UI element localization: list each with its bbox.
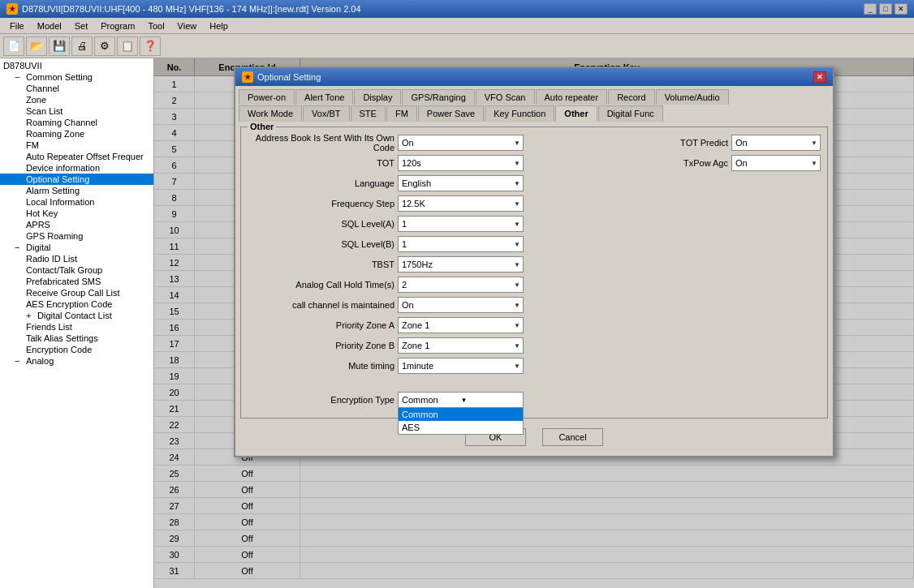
menu-model[interactable]: Model <box>31 19 68 32</box>
toolbar-clipboard[interactable]: 📋 <box>117 36 138 56</box>
cancel-button[interactable]: Cancel <box>542 428 603 446</box>
select-language[interactable]: EnglishChinese <box>398 175 524 191</box>
toolbar-print[interactable]: 🖨 <box>71 36 93 56</box>
select-language-wrapper[interactable]: EnglishChinese <box>398 175 524 191</box>
tab-power-on[interactable]: Power-on <box>239 89 295 105</box>
select-mute-timing[interactable]: 1minute2minutes <box>398 358 524 374</box>
sidebar-item-friends-list[interactable]: Friends List <box>0 321 153 333</box>
tab-fm[interactable]: FM <box>386 105 417 122</box>
maximize-button[interactable]: □ <box>879 3 892 15</box>
select-freq-step[interactable]: 12.5K5K6.25K25K <box>398 195 524 212</box>
select-tot-wrapper[interactable]: 120sOff30s60s <box>398 155 524 171</box>
select-tot-predict[interactable]: OnOff <box>731 135 821 151</box>
sidebar-item-local-info[interactable]: Local Information <box>0 196 153 208</box>
sidebar-item-radio-id[interactable]: Radio ID List <box>0 253 153 264</box>
menu-tool[interactable]: Tool <box>141 19 170 32</box>
sidebar-item-talk-alias[interactable]: Talk Alias Settings <box>0 333 153 344</box>
tab-work-mode[interactable]: Work Mode <box>239 105 302 122</box>
toolbar-new[interactable]: 📄 <box>3 36 24 56</box>
sidebar-item-contact-talk[interactable]: Contact/Talk Group <box>0 264 153 276</box>
sidebar-item-alarm-setting[interactable]: Alarm Setting <box>0 185 153 196</box>
sidebar-item-digital[interactable]: −Digital <box>0 242 153 253</box>
tab-vox-bt[interactable]: Vox/BT <box>303 105 349 122</box>
close-button[interactable]: ✕ <box>895 3 908 15</box>
menu-set[interactable]: Set <box>68 19 95 32</box>
select-analog-call-hold-wrapper[interactable]: 213 <box>398 277 524 293</box>
tab-display[interactable]: Display <box>354 89 401 105</box>
sidebar-item-hot-key[interactable]: Hot Key <box>0 208 153 219</box>
sidebar-item-zone[interactable]: Zone <box>0 94 153 105</box>
menu-file[interactable]: File <box>3 19 31 32</box>
select-priority-zone-a-wrapper[interactable]: Zone 1Zone 2 <box>398 317 524 333</box>
select-address-book[interactable]: OnOff <box>398 135 524 151</box>
select-analog-call-hold[interactable]: 213 <box>398 277 524 293</box>
sidebar-item-device-info[interactable]: Device information <box>0 162 153 174</box>
encryption-option-aes[interactable]: AES <box>399 421 523 434</box>
sidebar-item-fm[interactable]: FM <box>0 139 153 151</box>
tab-power-save[interactable]: Power Save <box>418 105 484 122</box>
select-sql-b-wrapper[interactable]: 102 <box>398 236 524 252</box>
sidebar-item-roaming-zone[interactable]: Roaming Zone <box>0 128 153 139</box>
toolbar-save[interactable]: 💾 <box>49 36 70 56</box>
sidebar-item-receive-group[interactable]: Receive Group Call List <box>0 287 153 298</box>
sidebar-item-aes-encryption[interactable]: AES Encryption Code <box>0 298 153 310</box>
tab-digital-func[interactable]: Digital Func <box>598 105 663 122</box>
sidebar-item-prefabricated-sms[interactable]: Prefabricated SMS <box>0 276 153 287</box>
dialog-close-button[interactable]: ✕ <box>813 71 826 83</box>
sidebar-item-digital-contact[interactable]: +Digital Contact List <box>0 310 153 321</box>
select-txpow-agc[interactable]: OnOff <box>731 155 821 171</box>
select-tot-predict-wrapper[interactable]: OnOff <box>731 135 821 151</box>
tab-vfo-scan[interactable]: VFO Scan <box>476 89 535 105</box>
select-call-channel-wrapper[interactable]: OnOff <box>398 297 524 313</box>
menu-help[interactable]: Help <box>203 19 235 32</box>
sidebar-item-auto-repeater[interactable]: Auto Repeater Offset Frequer <box>0 151 153 162</box>
sidebar-item-aprs[interactable]: APRS <box>0 219 153 230</box>
select-priority-zone-a[interactable]: Zone 1Zone 2 <box>398 317 524 333</box>
label-tbst: TBST <box>248 260 398 269</box>
minimize-button[interactable]: _ <box>864 3 877 15</box>
sidebar-item-scan-list[interactable]: Scan List <box>0 105 153 117</box>
tab-volume-audio[interactable]: Volume/Audio <box>656 89 729 105</box>
encryption-type-input[interactable]: Common ▼ <box>398 392 524 408</box>
select-tot[interactable]: 120sOff30s60s <box>398 155 524 171</box>
select-priority-zone-b[interactable]: Zone 1Zone 2 <box>398 337 524 354</box>
tab-alert-tone[interactable]: Alert Tone <box>295 89 353 105</box>
label-tot-predict: TOT Predict <box>666 138 731 148</box>
tab-other[interactable]: Other <box>555 105 597 122</box>
select-freq-step-wrapper[interactable]: 12.5K5K6.25K25K <box>398 195 524 212</box>
sidebar-item-common-setting[interactable]: −Common Setting <box>0 71 153 83</box>
select-sql-a-wrapper[interactable]: 1023 <box>398 216 524 232</box>
select-tbst[interactable]: 1750Hz2100Hz <box>398 256 524 273</box>
toolbar-settings[interactable]: ⚙ <box>94 36 115 56</box>
tab-gps-ranging[interactable]: GPS/Ranging <box>402 89 474 105</box>
menu-program[interactable]: Program <box>94 19 141 32</box>
sidebar-item-gps-roaming[interactable]: GPS Roaming <box>0 230 153 242</box>
tab-auto-repeater[interactable]: Auto repeater <box>536 89 608 105</box>
toolbar-open[interactable]: 📂 <box>26 36 47 56</box>
select-txpow-agc-wrapper[interactable]: OnOff <box>731 155 821 171</box>
select-mute-timing-wrapper[interactable]: 1minute2minutes <box>398 358 524 374</box>
sidebar-item-channel[interactable]: Channel <box>0 83 153 94</box>
sidebar-item-optional-setting[interactable]: Optional Setting <box>0 174 153 185</box>
select-priority-zone-b-wrapper[interactable]: Zone 1Zone 2 <box>398 337 524 354</box>
row-language: Language EnglishChinese <box>248 174 650 192</box>
encryption-type-dropdown[interactable]: Common ▼ Common AES <box>398 392 524 408</box>
sidebar-title: D878UVII <box>0 60 153 71</box>
tab-ste[interactable]: STE <box>351 105 386 122</box>
main-layout: D878UVII −Common Setting Channel Zone Sc… <box>0 58 914 588</box>
encryption-option-common[interactable]: Common <box>399 408 523 421</box>
sidebar-item-roaming-channel[interactable]: Roaming Channel <box>0 117 153 128</box>
tab-record[interactable]: Record <box>608 89 654 105</box>
select-call-channel[interactable]: OnOff <box>398 297 524 313</box>
select-sql-a[interactable]: 1023 <box>398 216 524 232</box>
tab-bar-top: Power-on Alert Tone Display GPS/Ranging … <box>235 86 833 105</box>
dialog-overlay: ★ Optional Setting ✕ Power-on Alert Tone… <box>154 58 914 588</box>
select-address-book-wrapper[interactable]: OnOff <box>398 135 524 151</box>
select-tbst-wrapper[interactable]: 1750Hz2100Hz <box>398 256 524 273</box>
tab-key-function[interactable]: Key Function <box>485 105 554 122</box>
sidebar-item-analog[interactable]: −Analog <box>0 355 153 367</box>
menu-view[interactable]: View <box>171 19 204 32</box>
select-sql-b[interactable]: 102 <box>398 236 524 252</box>
sidebar-item-encryption-code[interactable]: Encryption Code <box>0 344 153 355</box>
toolbar-help[interactable]: ❓ <box>140 36 161 56</box>
